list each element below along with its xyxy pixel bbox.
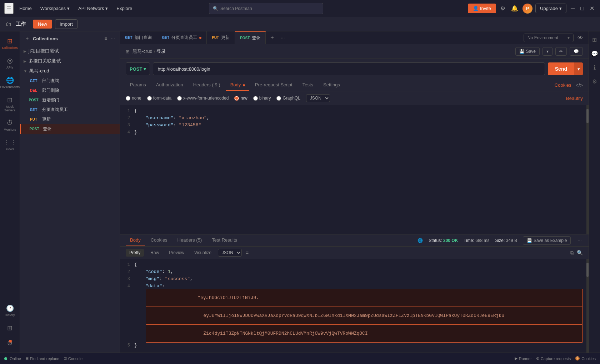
scrollbar-thumb[interactable] bbox=[586, 109, 589, 123]
notifications-button[interactable]: 🔔 bbox=[510, 4, 520, 13]
maximize-button[interactable]: □ bbox=[579, 4, 585, 13]
environment-settings-button[interactable]: 👁 bbox=[576, 34, 584, 42]
preview-tab[interactable]: Preview bbox=[165, 249, 188, 257]
url-input[interactable] bbox=[153, 62, 545, 75]
sidebar-item-mock-servers[interactable]: ⊡ Mock Servers bbox=[1, 93, 19, 115]
endpoint-put-update[interactable]: PUT 更新 bbox=[20, 115, 120, 124]
chevron-right-icon: ▶ bbox=[24, 49, 26, 53]
import-button[interactable]: Import bbox=[55, 19, 78, 29]
urlencoded-option[interactable]: x-www-form-urlencoded bbox=[177, 96, 229, 101]
settings-button[interactable]: ⚙ bbox=[499, 4, 507, 13]
edit-button[interactable]: ✏ bbox=[555, 47, 567, 56]
environment-dropdown[interactable]: No Environment ▾ bbox=[524, 34, 574, 42]
beautify-button[interactable]: Beautify bbox=[566, 96, 583, 101]
save-as-example-button[interactable]: 💾 Save as Example bbox=[523, 236, 571, 245]
home-nav-button[interactable]: Home bbox=[16, 4, 35, 12]
sidebar-item-bootcamp[interactable]: ⊙ bbox=[1, 336, 19, 350]
response-more-button[interactable]: ··· bbox=[576, 237, 583, 244]
invite-button[interactable]: 👤 Invite bbox=[468, 4, 496, 13]
params-tab[interactable]: Params bbox=[126, 79, 150, 91]
visualize-tab[interactable]: Visualize bbox=[191, 249, 215, 257]
endpoint-get-dept[interactable]: GET 部门查询 bbox=[20, 76, 120, 86]
req-line-3: 3 "password": "123456" bbox=[120, 122, 589, 130]
status-indicator: Online bbox=[4, 357, 21, 361]
capture-requests-link[interactable]: ⊙ Capture requests bbox=[536, 356, 571, 361]
search-bar[interactable]: 🔍 Search Postman bbox=[209, 3, 323, 14]
response-format-selector[interactable]: JSON bbox=[218, 249, 242, 257]
raw-option[interactable]: raw bbox=[234, 96, 247, 101]
method-selector[interactable]: POST ▾ bbox=[126, 62, 150, 75]
endpoint-post-login[interactable]: POST 登录 bbox=[20, 124, 120, 134]
find-replace-link[interactable]: ⊟ Find and replace bbox=[25, 356, 59, 361]
right-panel-btn-3[interactable]: ℹ bbox=[591, 62, 598, 73]
right-panel-btn-1[interactable]: ⊞ bbox=[590, 34, 599, 45]
right-panel-btn-4[interactable]: ⚙ bbox=[590, 76, 599, 87]
more-tabs-button[interactable]: ··· bbox=[279, 35, 287, 40]
code-icon[interactable]: </> bbox=[576, 82, 583, 88]
endpoint-post-add-dept[interactable]: POST 新增部门 bbox=[20, 95, 120, 105]
copy-response-button[interactable]: ⧉ bbox=[570, 250, 574, 256]
response-scrollbar-thumb[interactable] bbox=[586, 263, 589, 277]
hamburger-menu-button[interactable]: ☰ bbox=[4, 3, 14, 14]
sidebar-item-apis[interactable]: ◎ APIs bbox=[1, 54, 19, 72]
none-option[interactable]: none bbox=[126, 96, 141, 101]
new-button[interactable]: New bbox=[33, 20, 52, 29]
raw-tab[interactable]: Raw bbox=[147, 249, 162, 257]
response-headers-tab[interactable]: Headers (5) bbox=[173, 234, 206, 246]
save-dropdown-button[interactable]: ▾ bbox=[542, 47, 552, 56]
form-data-option[interactable]: form-data bbox=[147, 96, 171, 101]
tab-post-login[interactable]: POST 登录 bbox=[235, 31, 266, 44]
binary-option[interactable]: binary bbox=[253, 96, 271, 101]
response-cookies-tab[interactable]: Cookies bbox=[146, 234, 172, 246]
cookies-link[interactable]: Cookies bbox=[555, 82, 571, 88]
headers-tab[interactable]: Headers ( 9 ) bbox=[189, 79, 225, 91]
console-link[interactable]: ⊡ Console bbox=[64, 356, 82, 361]
workspaces-nav-button[interactable]: Workspaces ▾ bbox=[38, 4, 72, 12]
right-panel-btn-2[interactable]: 💬 bbox=[589, 48, 600, 59]
filter-button[interactable]: ≡ bbox=[103, 35, 108, 42]
sidebar-item-collections[interactable]: ⊞ Collections bbox=[1, 34, 19, 52]
sidebar-item-extensions[interactable]: ⊞ bbox=[1, 321, 19, 335]
tab-put-update[interactable]: PUT 更新 bbox=[207, 31, 235, 44]
settings-tab[interactable]: Settings bbox=[319, 79, 344, 91]
chat-button[interactable]: 💬 bbox=[570, 47, 583, 56]
more-options-button[interactable]: ··· bbox=[110, 35, 116, 42]
minimize-button[interactable]: ─ bbox=[569, 4, 576, 13]
upgrade-button[interactable]: Upgrade ▾ bbox=[535, 4, 566, 13]
response-body-tab[interactable]: Body bbox=[126, 234, 145, 246]
send-button[interactable]: Send bbox=[548, 62, 574, 75]
send-dropdown-button[interactable]: ▾ bbox=[574, 62, 583, 75]
api-network-nav-button[interactable]: API Network ▾ bbox=[75, 4, 111, 12]
sidebar-item-history[interactable]: 🕐 History bbox=[1, 302, 19, 320]
save-button[interactable]: 💾 Save bbox=[515, 47, 540, 56]
body-tab[interactable]: Body bbox=[226, 79, 249, 91]
search-response-button[interactable]: 🔍 bbox=[577, 250, 583, 256]
request-body-editor[interactable]: 1 { 2 "username": "xiaozhao", 3 "passwor… bbox=[120, 105, 589, 234]
response-test-results-tab[interactable]: Test Results bbox=[208, 234, 241, 246]
folder-multi[interactable]: ▶ 多接口关联测试 bbox=[20, 56, 120, 66]
folder-heima-crud[interactable]: ▼ 黑马-crud bbox=[20, 66, 120, 76]
format-selector[interactable]: JSON bbox=[306, 94, 330, 102]
pre-request-tab[interactable]: Pre-request Script bbox=[251, 79, 297, 91]
add-collection-button[interactable]: ＋ bbox=[24, 34, 31, 43]
graphql-option[interactable]: GraphQL bbox=[276, 96, 300, 101]
endpoint-del-dept[interactable]: DEL 部门删除 bbox=[20, 86, 120, 95]
new-tab-button[interactable]: ＋ bbox=[266, 34, 279, 41]
tests-tab[interactable]: Tests bbox=[298, 79, 318, 91]
sidebar-item-flows[interactable]: ⋮⋮ Flows bbox=[1, 136, 19, 154]
pretty-tab[interactable]: Pretty bbox=[126, 249, 144, 257]
runner-link[interactable]: ▶ Runner bbox=[515, 356, 532, 361]
cookies-bottom-link[interactable]: 🍪 Cookies bbox=[575, 356, 596, 361]
authorization-tab[interactable]: Authorization bbox=[152, 79, 188, 91]
folder-jt[interactable]: ▶ jt项目接口测试 bbox=[20, 46, 120, 56]
sidebar-item-environments[interactable]: 🌐 Environments bbox=[1, 74, 19, 92]
invite-icon: 👤 bbox=[473, 6, 479, 11]
close-button[interactable]: ✕ bbox=[588, 4, 596, 13]
sidebar-item-monitors[interactable]: ⏱ Monitors bbox=[1, 116, 19, 134]
tab-get-dept[interactable]: GET 部门查询 bbox=[120, 31, 157, 44]
endpoint-get-employees[interactable]: GET 分页查询员工 bbox=[20, 105, 120, 115]
avatar[interactable]: P bbox=[522, 4, 532, 14]
tab-get-employees[interactable]: GET 分页查询员工 bbox=[157, 31, 207, 44]
filter-response-button[interactable]: ≡ bbox=[245, 249, 250, 257]
explore-nav-button[interactable]: Explore bbox=[114, 4, 135, 12]
